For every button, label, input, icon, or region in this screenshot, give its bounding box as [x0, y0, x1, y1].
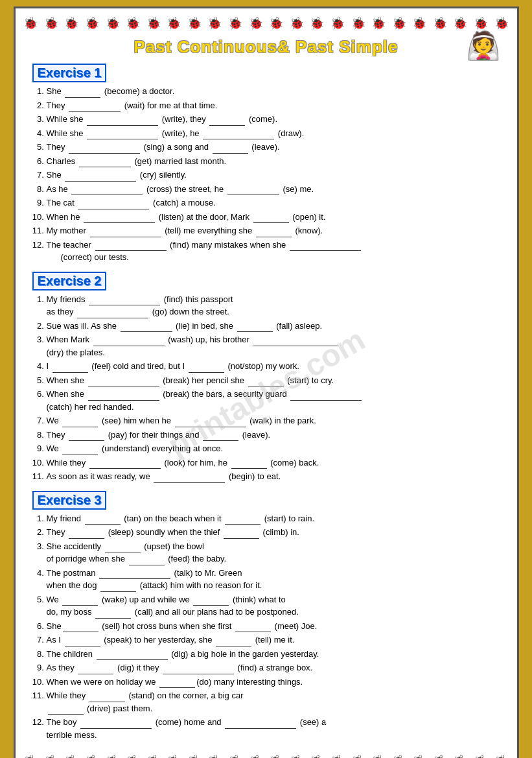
blank[interactable] — [87, 117, 158, 126]
bug-icon: 🐞 — [290, 754, 304, 758]
list-item: The teacher (find) many mistakes when sh… — [47, 239, 500, 264]
blank[interactable] — [77, 309, 148, 318]
blank[interactable] — [88, 392, 159, 401]
blank[interactable] — [80, 720, 152, 729]
blank[interactable] — [175, 418, 246, 427]
blank[interactable] — [69, 145, 140, 154]
blank[interactable] — [203, 130, 274, 139]
exercise-2-list: My friends (find) this passport as they … — [47, 293, 500, 483]
blank[interactable] — [89, 296, 160, 305]
blank[interactable] — [85, 515, 121, 525]
blank[interactable] — [95, 242, 167, 251]
list-item: My friend (tan) on the beach when it (st… — [47, 512, 500, 525]
bug-icon: 🐞 — [106, 16, 120, 30]
blank[interactable] — [227, 186, 279, 195]
blank[interactable] — [93, 337, 165, 346]
blank[interactable] — [97, 651, 168, 660]
bug-icon: 🐞 — [351, 16, 365, 30]
list-item: She (sell) hot cross buns when she first… — [47, 620, 500, 633]
exercise-2-section: Exercise 2 My friends (find) this passpo… — [32, 268, 500, 483]
blank[interactable] — [95, 610, 131, 619]
blank[interactable] — [89, 693, 125, 702]
blank[interactable] — [225, 515, 260, 525]
blank[interactable] — [290, 392, 362, 401]
bug-icon: 🐞 — [23, 754, 38, 758]
page: 🐞 🐞 🐞 🐞 🐞 🐞 🐞 🐞 🐞 🐞 🐞 🐞 🐞 🐞 🐞 🐞 🐞 🐞 🐞 🐞 … — [14, 6, 519, 758]
blank[interactable] — [65, 89, 100, 98]
bug-icon: 🐞 — [249, 754, 263, 758]
blank[interactable] — [235, 623, 271, 632]
blank[interactable] — [71, 186, 143, 195]
list-item: She accidently (upset) the bowl of porri… — [47, 540, 500, 565]
blank[interactable] — [48, 705, 84, 715]
blank[interactable] — [224, 530, 259, 539]
exercise-1-section: Exercise 1 She (become) a doctor. They (… — [32, 60, 500, 264]
blank[interactable] — [105, 543, 141, 552]
blank[interactable] — [62, 446, 98, 455]
bug-icon: 🐞 — [412, 754, 426, 758]
blank[interactable] — [79, 158, 131, 167]
list-item: While they (stand) on the corner, a big … — [47, 689, 500, 715]
blank[interactable] — [231, 460, 267, 469]
bug-icon: 🐞 — [126, 16, 140, 30]
blank[interactable] — [216, 637, 251, 646]
blank[interactable] — [256, 228, 292, 237]
blank[interactable] — [159, 679, 195, 688]
list-item: My mother (tell) me everything she (know… — [47, 224, 500, 237]
blank[interactable] — [253, 214, 289, 223]
blank[interactable] — [62, 597, 98, 606]
blank[interactable] — [63, 623, 98, 632]
bug-icon: 🐞 — [167, 754, 181, 758]
blank[interactable] — [248, 377, 284, 386]
blank[interactable] — [154, 474, 225, 483]
blank[interactable] — [121, 323, 172, 332]
blank[interactable] — [69, 530, 104, 539]
blank[interactable] — [52, 364, 88, 373]
blank[interactable] — [65, 172, 136, 182]
blank[interactable] — [193, 597, 229, 606]
blank[interactable] — [99, 570, 170, 579]
list-item: As I (speak) to her yesterday, she (tell… — [47, 634, 500, 646]
list-item: The boy (come) home and (see) a terrible… — [47, 716, 500, 741]
bug-icon: 🐞 — [433, 16, 447, 30]
blank[interactable] — [203, 432, 238, 441]
list-item: They (sleep) soundly when the thief (cli… — [47, 526, 500, 539]
bug-icon: 🐞 — [371, 754, 386, 758]
blank[interactable] — [88, 377, 159, 386]
blank[interactable] — [90, 228, 161, 237]
top-border: 🐞 🐞 🐞 🐞 🐞 🐞 🐞 🐞 🐞 🐞 🐞 🐞 🐞 🐞 🐞 🐞 🐞 🐞 🐞 🐞 … — [21, 14, 512, 33]
bug-icon: 🐞 — [494, 754, 509, 758]
list-item: We (wake) up and while we (think) what t… — [47, 593, 500, 619]
bug-icon: 🐞 — [453, 754, 467, 758]
blank[interactable] — [69, 102, 121, 112]
bug-icon: 🐞 — [371, 16, 386, 30]
blank[interactable] — [69, 432, 104, 441]
blank[interactable] — [89, 460, 161, 469]
blank[interactable] — [129, 556, 165, 565]
list-item: We (understand) everything at once. — [47, 442, 500, 455]
bug-icon: 🐞 — [187, 754, 202, 758]
blank[interactable] — [213, 145, 248, 154]
blank[interactable] — [87, 130, 158, 139]
blank[interactable] — [237, 323, 273, 332]
blank[interactable] — [62, 418, 98, 427]
blank[interactable] — [290, 242, 361, 251]
list-item: While they (look) for him, he (come) bac… — [47, 456, 500, 469]
blank[interactable] — [189, 364, 224, 373]
blank[interactable] — [65, 637, 100, 646]
blank[interactable] — [100, 583, 136, 592]
blank[interactable] — [163, 665, 234, 674]
bug-icon: 🐞 — [23, 16, 38, 30]
list-item: My friends (find) this passport as they … — [47, 293, 500, 318]
list-item: When he (listen) at the door, Mark (open… — [47, 211, 500, 224]
blank[interactable] — [209, 117, 245, 126]
list-item: While she (write), they (come). — [47, 113, 500, 126]
bottom-border: 🐞 🐞 🐞 🐞 🐞 🐞 🐞 🐞 🐞 🐞 🐞 🐞 🐞 🐞 🐞 🐞 🐞 🐞 🐞 🐞 … — [21, 752, 512, 758]
blank[interactable] — [225, 720, 296, 729]
blank[interactable] — [78, 200, 149, 209]
blank[interactable] — [84, 214, 155, 223]
blank[interactable] — [78, 665, 113, 674]
list-item: The cat (catch) a mouse. — [47, 196, 500, 209]
blank[interactable] — [253, 337, 338, 346]
list-item: As soon as it was ready, we (begin) to e… — [47, 470, 500, 483]
